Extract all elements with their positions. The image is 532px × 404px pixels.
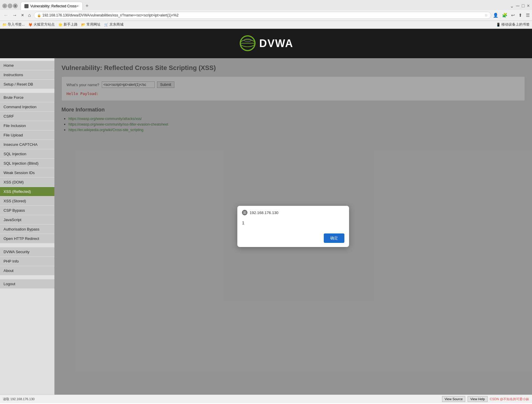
brand-text: CSDN @不知名的可爱小妹 — [490, 397, 529, 401]
sidebar-item-sql-injection[interactable]: SQL Injection — [0, 149, 54, 158]
bookmark-mobile[interactable]: 📱 移动设备上的书签 — [496, 22, 530, 27]
address-text: 192.168.176.130/dvwa/DVWA/vulnerabilitie… — [42, 13, 483, 17]
sidebar-item-auth-bypass[interactable]: Authorisation Bypass — [0, 225, 54, 234]
sidebar-item-javascript[interactable]: JavaScript — [0, 215, 54, 224]
sidebar-item-csp-bypass[interactable]: CSP Bypass — [0, 206, 54, 215]
dvwa-logo: DVWA — [239, 34, 293, 53]
sidebar-item-setup[interactable]: Setup / Reset DB — [0, 80, 54, 89]
minimize-window-icon[interactable]: ─ — [516, 3, 519, 9]
dialog-ok-button[interactable]: 确定 — [324, 233, 344, 243]
dialog-header: 192.168.176.130 — [237, 206, 349, 218]
nav-forward2-icon[interactable]: ⬆ — [518, 13, 522, 18]
profile-icon[interactable]: 👤 — [493, 13, 498, 18]
window-close[interactable]: × — [13, 4, 18, 8]
bookmark-common[interactable]: 📂 常用网址 — [81, 22, 101, 27]
extensions-icon[interactable]: 🧩 — [502, 13, 508, 18]
sidebar-item-instructions[interactable]: Instructions — [0, 70, 54, 79]
dialog-footer: 确定 — [237, 231, 349, 247]
browser-chrome: − × Vulnerability: Reflected Cross × + ⌄… — [0, 0, 532, 29]
dvwa-header: DVWA — [0, 29, 532, 58]
address-bar[interactable]: 🔒 192.168.176.130/dvwa/DVWA/vulnerabilit… — [34, 12, 491, 19]
sidebar: Home Instructions Setup / Reset DB Brute… — [0, 58, 54, 395]
tab-favicon — [24, 4, 29, 8]
sidebar-item-command-injection[interactable]: Command Injection — [0, 102, 54, 111]
tab-bar: − × Vulnerability: Reflected Cross × + ⌄… — [0, 0, 532, 10]
sidebar-item-csrf[interactable]: CSRF — [0, 112, 54, 121]
content-area: Vulnerability: Reflected Cross Site Scri… — [54, 58, 532, 395]
sidebar-item-logout[interactable]: Logout — [0, 279, 54, 288]
dialog-content: 1 — [237, 218, 349, 231]
home-button[interactable]: ⌂ — [27, 12, 32, 19]
page-wrapper: DVWA Home Instructions Setup / Reset DB … — [0, 29, 532, 395]
sidebar-item-sql-injection-blind[interactable]: SQL Injection (Blind) — [0, 159, 54, 168]
bookmark-newuser[interactable]: 🌟 新手上路 — [58, 22, 78, 27]
globe-icon — [242, 210, 247, 215]
sidebar-item-xss-stored[interactable]: XSS (Stored) — [0, 196, 54, 206]
nav-icons: 👤 🧩 ↩ ⬆ ☰ — [493, 13, 530, 18]
svg-point-3 — [244, 39, 251, 42]
lock-icon: 🔒 — [37, 14, 41, 17]
tab-controls: − × — [2, 4, 18, 8]
bookmark-import[interactable]: 📁 导入书签... — [2, 22, 25, 27]
status-text: 读取 192.168.176.130 — [3, 397, 35, 401]
tab-title: Vulnerability: Reflected Cross — [30, 4, 76, 8]
bookmark-firefox[interactable]: 🦊 火狐官方站点 — [28, 22, 55, 27]
back-button[interactable]: ← — [2, 12, 9, 19]
sidebar-item-file-upload[interactable]: File Upload — [0, 131, 54, 140]
dvwa-body: Home Instructions Setup / Reset DB Brute… — [0, 58, 532, 395]
bottom-bar: 读取 192.168.176.130 View Source View Help… — [0, 395, 532, 403]
sidebar-item-about[interactable]: About — [0, 266, 54, 275]
close-window-icon[interactable]: × — [527, 3, 530, 9]
bottom-right: View Source View Help CSDN @不知名的可爱小妹 — [442, 396, 529, 402]
sidebar-item-xss-reflected[interactable]: XSS (Reflected) — [0, 187, 54, 196]
bookmarks-bar: 📁 导入书签... 🦊 火狐官方站点 🌟 新手上路 📂 常用网址 🛒 京东商城 … — [0, 21, 532, 29]
bookmark-star-icon[interactable]: ☆ — [485, 13, 488, 17]
sidebar-item-weak-session-ids[interactable]: Weak Session IDs — [0, 168, 54, 177]
nav-bar: ← → × ⌂ 🔒 192.168.176.130/dvwa/DVWA/vuln… — [0, 10, 532, 21]
sidebar-item-open-http-redirect[interactable]: Open HTTP Redirect — [0, 234, 54, 243]
active-tab[interactable]: Vulnerability: Reflected Cross × — [21, 2, 83, 10]
window-minimize[interactable]: − — [2, 4, 7, 8]
reload-button[interactable]: × — [20, 12, 25, 19]
menu-icon[interactable]: ☰ — [526, 13, 530, 18]
new-tab-btn[interactable]: + — [84, 3, 91, 9]
sidebar-item-file-inclusion[interactable]: File Inclusion — [0, 121, 54, 130]
sidebar-item-dvwa-security[interactable]: DVWA Security — [0, 247, 54, 256]
window-square[interactable] — [8, 4, 12, 8]
view-help-button[interactable]: View Help — [468, 396, 487, 402]
dvwa-logo-text: DVWA — [259, 37, 293, 50]
bookmark-jd[interactable]: 🛒 京东商城 — [104, 22, 124, 27]
sidebar-item-home[interactable]: Home — [0, 61, 54, 70]
dialog-url: 192.168.176.130 — [250, 211, 278, 215]
sidebar-item-brute-force[interactable]: Brute Force — [0, 93, 54, 102]
forward-button[interactable]: → — [11, 12, 18, 19]
dialog-overlay: 192.168.176.130 1 确定 — [54, 58, 532, 395]
sidebar-item-xss-dom[interactable]: XSS (DOM) — [0, 178, 54, 187]
maximize-window-icon[interactable]: □ — [522, 3, 525, 9]
tab-end-controls: ⌄ ─ □ × — [510, 3, 530, 9]
tab-close-btn[interactable]: × — [76, 4, 79, 8]
sidebar-item-insecure-captcha[interactable]: Insecure CAPTCHA — [0, 140, 54, 149]
view-source-button[interactable]: View Source — [442, 396, 466, 402]
dvwa-logo-icon — [239, 34, 256, 53]
nav-back-icon[interactable]: ↩ — [511, 13, 515, 18]
sidebar-item-php-info[interactable]: PHP Info — [0, 257, 54, 266]
dialog-box: 192.168.176.130 1 确定 — [237, 206, 349, 247]
tab-list-icon[interactable]: ⌄ — [510, 3, 514, 9]
